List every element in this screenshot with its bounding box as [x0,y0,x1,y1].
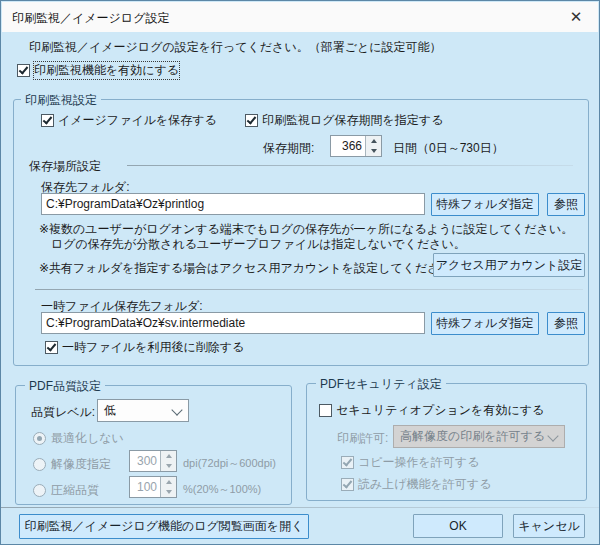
spin-up-icon [161,477,176,487]
titlebar: 印刷監視／イメージログ設定 ✕ [2,2,598,32]
log-period-label: 印刷監視ログ保存期間を指定する [262,112,443,129]
security-option-checkbox[interactable]: セキュリティオプションを有効にする [319,402,544,419]
security-option-label: セキュリティオプションを有効にする [336,402,544,419]
checkbox-checked-icon [341,456,354,469]
enable-monitor-label: 印刷監視機能を有効にする [34,62,179,79]
dest-special-folder-button[interactable]: 特殊フォルダ指定 [431,193,539,216]
spinner-buttons [160,477,176,497]
note-shared-folder: ※共有フォルダを指定する場合はアクセス用アカウントを設定してください。 [39,260,464,277]
open-log-viewer-button[interactable]: 印刷監視／イメージログ機能のログ閲覧画面を開く [19,514,309,539]
pdf-quality-group-title: PDF品質設定 [25,378,105,395]
location-section-divider [127,165,573,166]
allow-readaloud-checkbox: 読み上げ機能を許可する [341,476,491,493]
close-button[interactable]: ✕ [554,2,598,32]
spinner-buttons [365,136,381,156]
dest-folder-input[interactable] [41,193,425,215]
save-image-checkbox[interactable]: イメージファイルを保存する [41,112,217,129]
resolution-label: 解像度指定 [51,456,111,473]
no-optimize-radio: 最適化しない [33,430,124,447]
period-value[interactable]: 366 [331,136,365,156]
period-label: 保存期間: [263,140,314,157]
temp-folder-input[interactable] [41,312,425,334]
radio-icon [33,484,46,497]
footer-divider [1,507,600,508]
quality-level-select[interactable]: 低 [97,399,189,422]
print-permission-label: 印刷許可: [337,430,388,447]
allow-copy-label: コピー操作を許可する [358,454,479,471]
temp-special-folder-button[interactable]: 特殊フォルダ指定 [431,312,539,335]
monitor-group-title: 印刷監視設定 [21,92,101,109]
quality-level-value: 低 [104,402,116,419]
compression-spinner: 100 [129,476,177,498]
delete-temp-label: 一時ファイルを利用後に削除する [62,339,244,356]
ok-button[interactable]: OK [413,514,503,538]
temp-browse-button[interactable]: 参照 [547,312,585,335]
checkbox-checked-icon [41,114,54,127]
compression-value: 100 [130,477,160,497]
compression-unit-label: %(20%～100%) [183,482,261,497]
compression-label: 圧縮品質 [51,482,99,499]
close-icon: ✕ [570,8,583,25]
print-permission-value: 高解像度の印刷を許可する [400,428,545,445]
section-divider [35,289,583,290]
save-image-label: イメージファイルを保存する [58,112,217,129]
location-section-title: 保存場所設定 [29,158,101,175]
quality-level-label: 品質レベル: [31,404,95,421]
chevron-down-icon [171,404,182,415]
instruction-text: 印刷監視／イメージログの設定を行ってください。（部署ごとに設定可能） [29,39,442,56]
spin-down-icon [161,487,176,497]
print-permission-select: 高解像度の印刷を許可する [393,425,565,448]
window-title: 印刷監視／イメージログ設定 [12,10,169,27]
checkbox-unchecked-icon [319,404,332,417]
resolution-radio: 解像度指定 [33,456,111,473]
compression-radio: 圧縮品質 [33,482,99,499]
checkbox-checked-icon [45,341,58,354]
resolution-spinner: 300 [129,450,177,472]
spin-down-icon [161,461,176,471]
period-unit-label: 日間（0日～730日） [393,140,504,157]
note-multiuser-line2: ログの保存先が分散されるユーザープロファイルは指定しないでください。 [51,236,466,253]
pdf-security-group-title: PDFセキュリティ設定 [316,376,446,393]
access-account-button[interactable]: アクセス用アカウント設定 [433,253,585,277]
spinner-buttons [160,451,176,471]
delete-temp-checkbox[interactable]: 一時ファイルを利用後に削除する [45,339,244,356]
spin-up-icon [161,451,176,461]
radio-icon [33,458,46,471]
print-monitor-settings-dialog: 印刷監視／イメージログ設定 ✕ 印刷監視／イメージログの設定を行ってください。（… [0,0,600,545]
radio-selected-icon [33,432,46,445]
chevron-down-icon [547,430,558,441]
period-spinner[interactable]: 366 [330,135,382,157]
enable-monitor-checkbox[interactable]: 印刷監視機能を有効にする [17,62,179,79]
allow-readaloud-label: 読み上げ機能を許可する [358,476,491,493]
checkbox-checked-icon [341,478,354,491]
checkbox-checked-icon [17,64,30,77]
allow-copy-checkbox: コピー操作を許可する [341,454,479,471]
spin-up-icon[interactable] [366,136,381,146]
no-optimize-label: 最適化しない [51,430,124,447]
resolution-unit-label: dpi(72dpi～600dpi) [183,456,276,471]
checkbox-checked-icon [245,114,258,127]
log-period-checkbox[interactable]: 印刷監視ログ保存期間を指定する [245,112,443,129]
resolution-value: 300 [130,451,160,471]
dest-browse-button[interactable]: 参照 [547,193,585,216]
cancel-button[interactable]: キャンセル [513,514,585,538]
spin-down-icon[interactable] [366,146,381,156]
